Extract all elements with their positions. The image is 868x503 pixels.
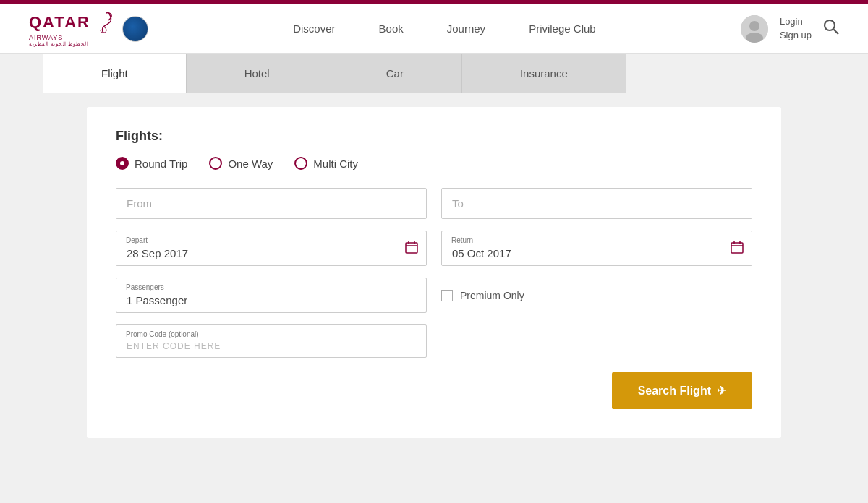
logo-area: QATAR AIRWAYS الخطوط الجوية القطرية — [29, 11, 148, 47]
depart-group: Depart — [116, 231, 427, 266]
qatar-airways-logo: QATAR AIRWAYS الخطوط الجوية القطرية — [29, 11, 114, 47]
promo-row: Promo Code (optional) — [116, 324, 752, 358]
search-icon-button[interactable] — [823, 19, 839, 38]
from-group — [116, 188, 427, 219]
search-icon — [823, 19, 839, 35]
oneworld-logo — [122, 16, 148, 42]
one-way-label: One Way — [228, 158, 273, 170]
search-arrow-icon: ✈ — [717, 384, 726, 397]
login-area: Login Sign up — [780, 15, 812, 41]
main-content: Flights: Round Trip One Way Multi City — [0, 93, 868, 500]
one-way-radio[interactable] — [209, 157, 222, 170]
login-link[interactable]: Login — [780, 15, 803, 28]
nav-journey[interactable]: Journey — [447, 22, 485, 35]
premium-checkbox[interactable] — [441, 290, 453, 301]
airways-subtitle: AIRWAYS — [29, 34, 63, 41]
premium-group: Premium Only — [441, 278, 752, 313]
tab-hotel[interactable]: Hotel — [187, 54, 328, 93]
search-flight-label: Search Flight — [638, 384, 711, 397]
avatar-icon — [741, 15, 768, 43]
round-trip-label: Round Trip — [135, 158, 187, 170]
return-group: Return — [441, 231, 752, 266]
oryx-icon — [93, 11, 114, 34]
svg-point-3 — [825, 20, 835, 30]
promo-input[interactable] — [116, 324, 427, 358]
main-nav: Discover Book Journey Privilege Club — [148, 22, 741, 35]
to-input[interactable] — [441, 188, 752, 219]
brand-name: QATAR — [29, 14, 90, 30]
one-way-option[interactable]: One Way — [209, 157, 273, 170]
passengers-label: Passengers — [126, 283, 164, 291]
header: QATAR AIRWAYS الخطوط الجوية القطرية Disc… — [0, 4, 868, 54]
return-input[interactable] — [441, 231, 752, 266]
tab-insurance[interactable]: Insurance — [462, 54, 626, 93]
nav-discover[interactable]: Discover — [293, 22, 335, 35]
promo-group: Promo Code (optional) — [116, 324, 427, 358]
promo-label: Promo Code (optional) — [126, 330, 199, 338]
multi-city-radio[interactable] — [294, 157, 307, 170]
booking-card: Flights: Round Trip One Way Multi City — [87, 107, 781, 438]
svg-point-1 — [749, 21, 760, 31]
depart-input[interactable] — [116, 231, 427, 266]
multi-city-option[interactable]: Multi City — [294, 157, 358, 170]
from-input[interactable] — [116, 188, 427, 219]
round-trip-radio[interactable] — [116, 157, 129, 170]
search-row: Search Flight ✈ — [116, 372, 752, 409]
header-right: Login Sign up — [741, 15, 839, 43]
depart-label: Depart — [126, 236, 148, 244]
from-to-row — [116, 188, 752, 219]
tabs-bar: Flight Hotel Car Insurance — [0, 54, 868, 93]
multi-city-label: Multi City — [313, 158, 358, 170]
passengers-group: Passengers — [116, 278, 427, 313]
trip-type-selector: Round Trip One Way Multi City — [116, 157, 752, 170]
tab-flight[interactable]: Flight — [43, 54, 187, 93]
search-flight-button[interactable]: Search Flight ✈ — [612, 372, 752, 409]
tab-car[interactable]: Car — [328, 54, 462, 93]
round-trip-option[interactable]: Round Trip — [116, 157, 187, 170]
svg-line-4 — [834, 30, 839, 35]
arabic-text: الخطوط الجوية القطرية — [29, 41, 88, 47]
premium-label: Premium Only — [460, 290, 524, 301]
dates-row: Depart Return — [116, 231, 752, 266]
signup-link[interactable]: Sign up — [780, 29, 812, 42]
return-label: Return — [451, 236, 473, 244]
flights-label: Flights: — [116, 129, 752, 144]
to-group — [441, 188, 752, 219]
nav-privilege-club[interactable]: Privilege Club — [529, 22, 596, 35]
user-avatar — [741, 15, 768, 43]
passengers-row: Passengers Premium Only — [116, 278, 752, 313]
nav-book[interactable]: Book — [379, 22, 404, 35]
